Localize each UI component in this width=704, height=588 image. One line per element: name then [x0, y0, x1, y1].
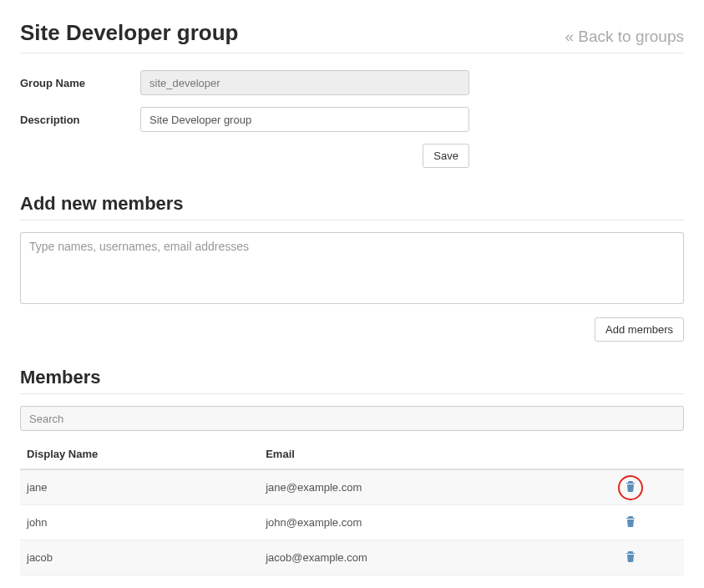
member-actions-cell	[578, 540, 684, 575]
members-table: Display Name Email janejane@example.comj…	[20, 439, 684, 575]
member-actions-cell	[578, 469, 684, 505]
group-name-label: Group Name	[20, 77, 140, 89]
add-members-section-title: Add new members	[20, 193, 684, 220]
members-search-input[interactable]	[20, 406, 684, 431]
table-row: jacobjacob@example.com	[20, 540, 684, 575]
member-display-name: jane	[20, 469, 259, 505]
description-label: Description	[20, 114, 140, 126]
description-input[interactable]	[140, 107, 469, 132]
table-row: johnjohn@example.com	[20, 505, 684, 540]
trash-icon[interactable]	[625, 515, 636, 527]
page-title: Site Developer group	[20, 20, 239, 46]
member-email: jacob@example.com	[259, 540, 578, 575]
add-members-button[interactable]: Add members	[595, 317, 684, 342]
save-button[interactable]: Save	[423, 144, 469, 168]
column-header-email: Email	[259, 439, 578, 469]
member-actions-cell	[578, 505, 684, 540]
members-section-title: Members	[20, 367, 684, 394]
member-display-name: jacob	[20, 540, 259, 575]
table-row: janejane@example.com	[20, 469, 684, 505]
member-display-name: john	[20, 505, 259, 540]
member-email: john@example.com	[259, 505, 578, 540]
back-to-groups-link[interactable]: « Back to groups	[565, 28, 684, 46]
member-email: jane@example.com	[259, 469, 578, 505]
column-header-display-name: Display Name	[20, 439, 259, 469]
add-members-input[interactable]	[20, 232, 684, 304]
trash-icon[interactable]	[625, 550, 636, 562]
trash-icon[interactable]	[625, 480, 636, 492]
column-header-actions	[578, 439, 684, 469]
group-name-input	[140, 70, 469, 95]
